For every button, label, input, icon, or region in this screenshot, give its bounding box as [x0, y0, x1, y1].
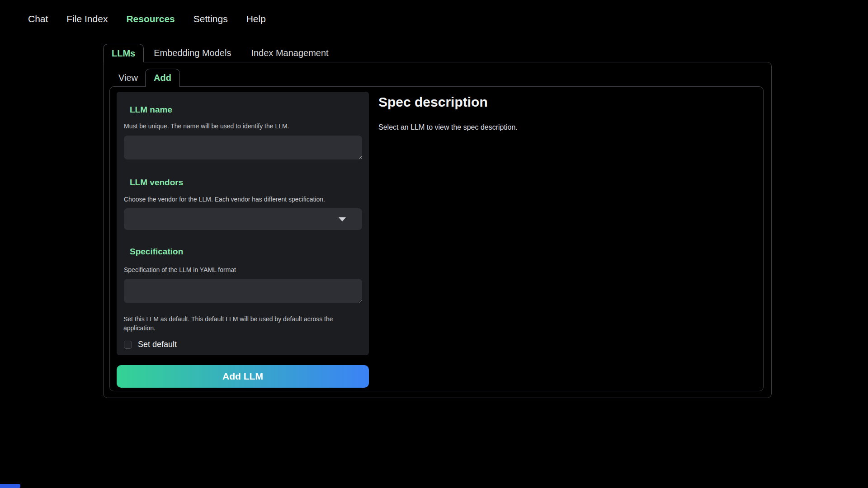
spec-description-placeholder: Select an LLM to view the spec descripti… [378, 123, 518, 131]
llm-name-input[interactable] [124, 136, 362, 160]
set-default-label[interactable]: Set default [138, 340, 177, 349]
llm-vendors-description: Choose the vendor for the LLM. Each vend… [124, 195, 325, 204]
add-llm-button[interactable]: Add LLM [117, 365, 369, 388]
llm-vendors-label: LLM vendors [130, 178, 183, 188]
spec-description-title: Spec description [378, 94, 488, 110]
llm-name-label: LLM name [130, 105, 172, 115]
bottom-blue-strip [0, 484, 20, 488]
nav-item-settings[interactable]: Settings [193, 14, 228, 24]
nav-item-chat[interactable]: Chat [28, 14, 48, 24]
nav-item-help[interactable]: Help [246, 14, 266, 24]
top-nav: Chat File Index Resources Settings Help [28, 14, 266, 24]
specification-label: Specification [130, 247, 183, 257]
llms-subtabbar: View Add [111, 69, 180, 87]
specification-input[interactable] [124, 279, 362, 303]
set-default-note: Set this LLM as default. This default LL… [123, 314, 363, 333]
subtab-add[interactable]: Add [145, 69, 180, 87]
add-llm-form-card: LLM name Must be unique. The name will b… [117, 92, 369, 355]
set-default-checkbox[interactable] [124, 341, 132, 349]
set-default-row: Set default [124, 340, 177, 349]
tab-llms[interactable]: LLMs [103, 44, 144, 62]
llm-name-description: Must be unique. The name will be used to… [124, 122, 289, 131]
tab-embedding-models[interactable]: Embedding Models [144, 44, 241, 62]
chevron-down-icon [339, 217, 346, 221]
nav-item-resources[interactable]: Resources [126, 14, 175, 24]
specification-description: Specification of the LLM in YAML format [124, 265, 236, 274]
llm-vendors-dropdown[interactable] [124, 208, 362, 230]
subtab-view[interactable]: View [111, 69, 145, 87]
nav-item-file-index[interactable]: File Index [66, 14, 108, 24]
resources-tabbar: LLMs Embedding Models Index Management [103, 44, 339, 62]
tab-index-management[interactable]: Index Management [241, 44, 338, 62]
